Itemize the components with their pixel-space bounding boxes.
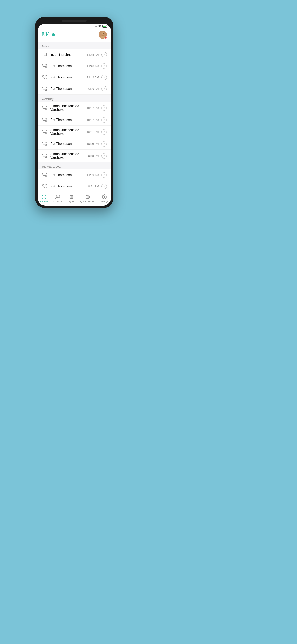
- outgoing-call-icon: [42, 86, 48, 92]
- info-button[interactable]: i: [101, 105, 107, 111]
- info-button[interactable]: i: [101, 117, 107, 122]
- call-time: 9:48 PM: [88, 154, 99, 158]
- info-button[interactable]: i: [101, 129, 107, 134]
- call-contact-name: Pat Thompson: [50, 118, 87, 122]
- nav-item-quick-connect[interactable]: Quick Connect: [78, 194, 97, 203]
- phone-notch: [62, 20, 87, 22]
- call-contact-name: Pat Thompson: [50, 87, 88, 90]
- bottom-nav: Recents Contacts Keypad: [37, 192, 111, 206]
- call-time: 10:37 PM: [87, 118, 99, 122]
- outgoing-call-icon: [42, 129, 48, 135]
- info-button[interactable]: i: [101, 63, 107, 69]
- call-time: 10:30 PM: [87, 142, 99, 146]
- incoming-call-icon: [42, 63, 48, 69]
- incoming-call-icon: [42, 141, 48, 147]
- call-contact-name: Simon Janssens de Varebeke: [50, 104, 87, 112]
- nav-label-quick-connect: Quick Connect: [80, 200, 95, 203]
- call-time: 10:37 PM: [87, 106, 99, 110]
- call-list: Today incoming chat 11:45 AM i Pat Thomp…: [37, 42, 111, 192]
- status-icons: ···: [95, 25, 107, 28]
- call-contact-name: Pat Thompson: [50, 173, 87, 177]
- nav-item-recents[interactable]: Recents: [38, 194, 50, 203]
- svg-point-16: [56, 195, 58, 197]
- user-avatar[interactable]: [99, 30, 107, 39]
- nav-icon-contacts: [55, 194, 61, 200]
- chat-call-icon: [42, 52, 48, 58]
- partial-call-item[interactable]: Pat Thompson 9:31 PM i: [37, 181, 111, 192]
- svg-point-17: [70, 196, 70, 196]
- nav-label-settings: Settings: [100, 200, 108, 203]
- svg-point-18: [71, 196, 72, 196]
- svg-point-20: [70, 197, 70, 197]
- outgoing-call-icon: [42, 172, 48, 178]
- call-contact-name: Pat Thompson: [50, 76, 87, 79]
- call-list-item[interactable]: Pat Thompson 10:30 PM i: [37, 138, 111, 150]
- status-bar: ···: [37, 24, 111, 28]
- call-list-item[interactable]: Simon Janssens de Varebeke 10:31 PM i: [37, 126, 111, 138]
- call-list-item[interactable]: Pat Thompson 9:29 AM i: [37, 83, 111, 94]
- call-time: 11:42 AM: [87, 76, 99, 79]
- svg-point-32: [104, 196, 105, 198]
- call-time: 11:43 AM: [87, 64, 99, 68]
- call-contact-name: incoming chat: [50, 53, 87, 56]
- nav-icon-keypad: [69, 194, 74, 200]
- nav-icon-settings: [102, 194, 107, 200]
- info-button[interactable]: i: [101, 153, 107, 158]
- svg-point-21: [71, 197, 72, 197]
- app-logo: [42, 31, 50, 38]
- phone-screen: ···: [37, 24, 111, 206]
- svg-point-25: [72, 198, 73, 198]
- info-button[interactable]: i: [101, 86, 107, 92]
- logo-area: [42, 31, 55, 38]
- info-button[interactable]: i: [101, 184, 107, 189]
- outgoing-call-icon: [42, 105, 48, 111]
- call-list-item[interactable]: Pat Thompson 11:42 AM i: [37, 72, 111, 83]
- call-time: 9:29 AM: [88, 87, 99, 90]
- nav-icon-recents: [41, 194, 47, 200]
- nav-item-keypad[interactable]: Keypad: [65, 194, 77, 203]
- svg-point-27: [87, 196, 88, 198]
- call-contact-name: Simon Janssens de Varebeke: [50, 152, 88, 160]
- battery-icon: [102, 25, 107, 28]
- phone-frame: ···: [35, 16, 113, 208]
- wifi-icon: [98, 25, 101, 28]
- incoming-call-icon: [42, 117, 48, 123]
- header-right: [96, 30, 107, 39]
- info-button[interactable]: i: [101, 75, 107, 80]
- call-list-item[interactable]: Pat Thompson 10:37 PM i: [37, 114, 111, 126]
- call-list-item[interactable]: Pat Thompson 11:59 AM i: [37, 170, 111, 181]
- info-button[interactable]: i: [101, 172, 107, 178]
- nav-label-keypad: Keypad: [67, 200, 75, 203]
- nav-label-recents: Recents: [40, 200, 48, 203]
- info-button[interactable]: i: [101, 52, 107, 58]
- section-header: Today: [37, 42, 111, 49]
- svg-point-19: [72, 196, 73, 196]
- nav-item-contacts[interactable]: Contacts: [51, 194, 64, 203]
- svg-line-7: [46, 87, 47, 88]
- call-contact-name: Pat Thompson: [50, 142, 87, 146]
- call-contact-name: Simon Janssens de Varebeke: [50, 128, 87, 136]
- svg-point-22: [72, 197, 73, 197]
- call-contact-name: Pat Thompson: [50, 184, 88, 188]
- nav-icon-quick-connect: [85, 194, 90, 200]
- call-time: 10:31 PM: [87, 130, 99, 134]
- svg-point-23: [70, 198, 70, 198]
- signal-dots-icon: ···: [95, 26, 97, 28]
- online-dot: [52, 33, 55, 36]
- outgoing-call-icon: [42, 183, 48, 190]
- info-button[interactable]: i: [101, 141, 107, 146]
- call-list-item[interactable]: Pat Thompson 11:43 AM i: [37, 60, 111, 72]
- svg-point-24: [71, 198, 72, 198]
- call-contact-name: Pat Thompson: [50, 64, 87, 68]
- svg-point-4: [103, 33, 104, 34]
- outgoing-call-icon: [42, 74, 48, 80]
- call-list-item[interactable]: Simon Janssens de Varebeke 10:37 PM i: [37, 102, 111, 114]
- call-list-item[interactable]: Simon Janssens de Varebeke 9:48 PM i: [37, 150, 111, 162]
- app-header: [37, 28, 111, 42]
- svg-point-3: [102, 33, 102, 34]
- call-time: 11:59 AM: [87, 174, 99, 177]
- call-time: 9:31 PM: [88, 185, 99, 188]
- call-list-item[interactable]: incoming chat 11:45 AM i: [37, 49, 111, 60]
- avatar-notification-badge: [105, 37, 107, 39]
- nav-item-settings[interactable]: Settings: [98, 194, 111, 203]
